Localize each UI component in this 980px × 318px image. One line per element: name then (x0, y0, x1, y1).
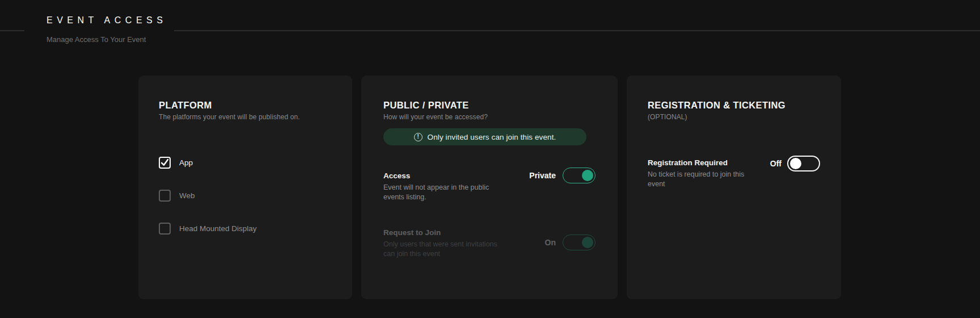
platform-options: App Web Head Mounted Display (159, 157, 332, 235)
toggle-knob (790, 158, 801, 169)
checkbox-label: Head Mounted Display (179, 224, 257, 233)
checkbox-box[interactable] (159, 223, 171, 235)
invite-only-banner: ! Only invited users can join this event… (383, 128, 586, 145)
card-registration-ticketing: REGISTRATION & TICKETING (OPTIONAL) Regi… (627, 76, 841, 299)
checkbox-box[interactable] (159, 190, 171, 202)
toggle-knob (582, 170, 593, 181)
settings-cards: PLATFORM The platforms your event will b… (138, 76, 841, 299)
access-label: Access (383, 171, 502, 181)
registration-required-setting: Registration Required No ticket is requi… (648, 158, 820, 189)
card-public-private: PUBLIC / PRIVATE How will your event be … (361, 76, 618, 299)
public-private-subtitle: How will your event be accessed? (383, 113, 595, 122)
card-platform: PLATFORM The platforms your event will b… (138, 76, 352, 299)
registration-required-label: Registration Required (648, 158, 753, 168)
request-to-join-setting: Request to Join Only users that were sen… (383, 228, 595, 259)
checkbox-label: Web (179, 191, 195, 200)
checkmark-icon (160, 158, 169, 167)
toggle-knob (582, 237, 593, 248)
request-to-join-value: On (545, 238, 556, 247)
access-description: Event will not appear in the public even… (383, 183, 502, 202)
checkbox-box[interactable] (159, 157, 171, 169)
checkbox-label: App (179, 158, 193, 167)
public-private-title: PUBLIC / PRIVATE (383, 99, 595, 111)
request-to-join-toggle (563, 235, 595, 250)
access-setting: Access Event will not appear in the publ… (383, 171, 595, 202)
request-to-join-label: Request to Join (383, 228, 502, 238)
checkbox-head-mounted-display[interactable]: Head Mounted Display (159, 223, 332, 235)
registration-required-description: No ticket is required to join this event (648, 170, 753, 189)
registration-subtitle: (OPTIONAL) (648, 113, 820, 122)
checkbox-app[interactable]: App (159, 157, 332, 169)
platform-title: PLATFORM (159, 99, 332, 111)
banner-text: Only invited users can join this event. (428, 133, 556, 141)
tabbar-divider-right (174, 30, 980, 31)
tabbar-divider-left (0, 30, 24, 31)
info-icon: ! (414, 133, 423, 141)
registration-required-toggle[interactable] (787, 156, 820, 171)
checkbox-web[interactable]: Web (159, 190, 332, 202)
access-toggle[interactable] (563, 168, 595, 183)
tab-event-access[interactable]: EVENT ACCESS (47, 15, 167, 26)
request-to-join-description: Only users that were sent invitations ca… (383, 240, 502, 259)
platform-subtitle: The platforms your event will be publish… (159, 113, 332, 122)
page-subtitle: Manage Access To Your Event (47, 35, 146, 44)
registration-required-value: Off (770, 159, 782, 168)
registration-title: REGISTRATION & TICKETING (648, 99, 820, 111)
access-value: Private (529, 171, 556, 180)
